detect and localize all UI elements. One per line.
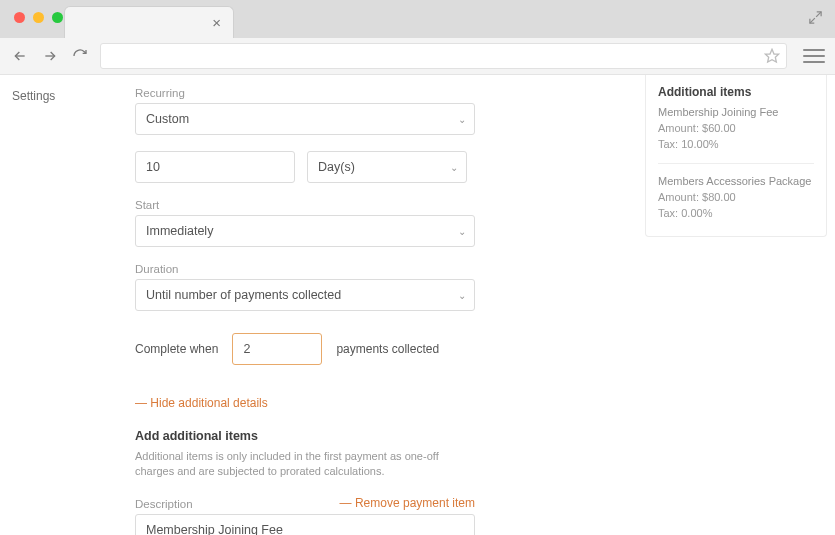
chevron-down-icon: ⌄ bbox=[450, 162, 458, 173]
browser-toolbar bbox=[0, 38, 835, 75]
menu-icon[interactable] bbox=[803, 49, 825, 63]
start-label: Start bbox=[135, 199, 475, 211]
svg-marker-0 bbox=[765, 49, 778, 62]
sidebar: Settings bbox=[0, 75, 115, 535]
reload-button[interactable] bbox=[70, 46, 90, 66]
duration-select[interactable]: Until number of payments collected ⌄ bbox=[135, 279, 475, 311]
duration-label: Duration bbox=[135, 263, 475, 275]
hide-details-link[interactable]: Hide additional details bbox=[135, 396, 268, 410]
url-bar[interactable] bbox=[100, 43, 787, 69]
add-items-helper: Additional items is only included in the… bbox=[135, 449, 465, 480]
remove-item-link[interactable]: Remove payment item bbox=[340, 496, 475, 510]
bookmark-icon[interactable] bbox=[764, 48, 780, 68]
recurring-label: Recurring bbox=[135, 87, 475, 99]
expand-icon[interactable] bbox=[808, 10, 823, 25]
complete-when-suffix: payments collected bbox=[336, 342, 439, 356]
panel-item-tax: Tax: 0.00% bbox=[658, 206, 814, 222]
window-close-icon[interactable] bbox=[14, 12, 25, 23]
panel-item-tax: Tax: 10.00% bbox=[658, 137, 814, 153]
interval-unit-value: Day(s) bbox=[318, 160, 355, 174]
browser-titlebar: × bbox=[0, 0, 835, 38]
complete-when-label: Complete when bbox=[135, 342, 218, 356]
interval-unit-select[interactable]: Day(s) ⌄ bbox=[307, 151, 467, 183]
window-zoom-icon[interactable] bbox=[52, 12, 63, 23]
recurring-value: Custom bbox=[146, 112, 189, 126]
interval-count-input[interactable] bbox=[135, 151, 295, 183]
back-button[interactable] bbox=[10, 46, 30, 66]
browser-tab[interactable]: × bbox=[64, 6, 234, 38]
panel-heading: Additional items bbox=[658, 85, 814, 99]
chevron-down-icon: ⌄ bbox=[458, 114, 466, 125]
close-icon[interactable]: × bbox=[212, 14, 221, 31]
panel-item-amount: Amount: $60.00 bbox=[658, 121, 814, 137]
description-label: Description bbox=[135, 498, 193, 510]
additional-items-panel: Additional items Membership Joining Fee … bbox=[645, 75, 827, 237]
divider bbox=[658, 163, 814, 164]
panel-item-amount: Amount: $80.00 bbox=[658, 190, 814, 206]
duration-value: Until number of payments collected bbox=[146, 288, 341, 302]
add-items-heading: Add additional items bbox=[135, 429, 475, 443]
main-content: Recurring Custom ⌄ Day(s) ⌄ Start Immedi… bbox=[115, 75, 835, 535]
window-minimize-icon[interactable] bbox=[33, 12, 44, 23]
chevron-down-icon: ⌄ bbox=[458, 226, 466, 237]
recurring-select[interactable]: Custom ⌄ bbox=[135, 103, 475, 135]
panel-item: Members Accessories Package Amount: $80.… bbox=[658, 174, 814, 222]
sidebar-item-settings[interactable]: Settings bbox=[12, 89, 103, 103]
panel-item-title: Members Accessories Package bbox=[658, 174, 814, 190]
chevron-down-icon: ⌄ bbox=[458, 290, 466, 301]
start-select[interactable]: Immediately ⌄ bbox=[135, 215, 475, 247]
payments-count-input[interactable] bbox=[232, 333, 322, 365]
start-value: Immediately bbox=[146, 224, 213, 238]
panel-item: Membership Joining Fee Amount: $60.00 Ta… bbox=[658, 105, 814, 153]
panel-item-title: Membership Joining Fee bbox=[658, 105, 814, 121]
description-textarea[interactable] bbox=[135, 514, 475, 535]
forward-button[interactable] bbox=[40, 46, 60, 66]
